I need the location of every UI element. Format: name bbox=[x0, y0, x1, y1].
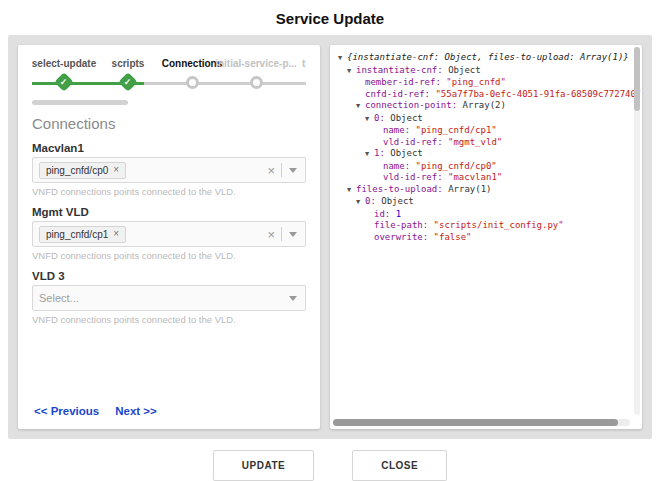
json-root-text: {instantiate-cnf: Object, files-to-uploa… bbox=[347, 52, 629, 62]
json-line: id: 1 bbox=[338, 209, 634, 221]
wizard-step-marker[interactable] bbox=[250, 71, 263, 93]
json-line[interactable]: ▼instantiate-cnf: Object bbox=[338, 65, 634, 78]
json-line[interactable]: ▼files-to-upload: Array(1) bbox=[338, 184, 634, 197]
vertical-scrollbar[interactable] bbox=[634, 47, 640, 415]
json-line: name: "ping_cnfd/cp0" bbox=[338, 161, 634, 173]
wizard-step-label: termina bbox=[302, 57, 306, 71]
json-key: cnfd-id-ref: bbox=[365, 89, 435, 99]
wizard-step-marker[interactable]: ✓ bbox=[57, 71, 71, 93]
field-label: VLD 3 bbox=[32, 270, 306, 282]
selected-tag-label: ping_cnfd/cp0 bbox=[46, 165, 108, 176]
horizontal-scrollbar-thumb[interactable] bbox=[333, 419, 618, 426]
select-control[interactable]: Select... bbox=[32, 285, 306, 311]
json-value: "55a7f7ba-0efc-4051-91fa-68509c772740" bbox=[435, 89, 641, 99]
dialog-body: select-update✓scripts✓Connectionsinitial… bbox=[8, 35, 652, 439]
divider bbox=[281, 163, 282, 177]
wizard-pager: << Previous Next >> bbox=[32, 401, 306, 417]
json-line[interactable]: ▼0: Object bbox=[338, 196, 634, 209]
json-key: id: bbox=[374, 209, 396, 219]
json-key: instantiate-cnf: bbox=[356, 65, 448, 75]
expand-arrow-icon[interactable]: ▼ bbox=[338, 53, 347, 65]
json-line[interactable]: ▼connection-point: Array(2) bbox=[338, 100, 634, 113]
json-value: "ping_cnfd/cp0" bbox=[416, 161, 497, 171]
select-placeholder: Select... bbox=[39, 292, 79, 304]
json-value: Object bbox=[390, 148, 423, 158]
form-fields: Macvlan1ping_cnfd/cp0××VNFD connections … bbox=[32, 142, 306, 334]
form-field: Mgmt VLDping_cnfd/cp1××VNFD connections … bbox=[32, 206, 306, 261]
json-line: overwrite: "false" bbox=[338, 232, 634, 244]
chevron-down-icon[interactable] bbox=[289, 296, 297, 301]
json-key: member-id-ref: bbox=[365, 77, 446, 87]
json-line: file-path: "scripts/init_config.py" bbox=[338, 220, 634, 232]
horizontal-scrollbar[interactable] bbox=[333, 419, 630, 426]
json-value: 1 bbox=[396, 209, 401, 219]
json-key: 0: bbox=[374, 113, 390, 123]
wizard-step-label: scripts bbox=[112, 57, 145, 71]
divider bbox=[281, 227, 282, 241]
stepper-scrollbar[interactable] bbox=[32, 100, 128, 105]
json-key: files-to-upload: bbox=[356, 184, 448, 194]
previous-link[interactable]: << Previous bbox=[34, 405, 99, 417]
json-key: 1: bbox=[374, 148, 390, 158]
expand-arrow-icon[interactable]: ▼ bbox=[365, 149, 374, 161]
json-line[interactable]: ▼1: Object bbox=[338, 148, 634, 161]
json-key: connection-point: bbox=[365, 100, 463, 110]
page-title: Service Update bbox=[0, 0, 660, 35]
remove-tag-icon[interactable]: × bbox=[113, 165, 119, 175]
wizard-step-marker[interactable] bbox=[186, 71, 199, 93]
select-values: ping_cnfd/cp0× bbox=[39, 162, 263, 179]
expand-arrow-icon[interactable]: ▼ bbox=[356, 197, 365, 209]
close-button[interactable]: CLOSE bbox=[352, 450, 447, 481]
json-line: vld-id-ref: "mgmt_vld" bbox=[338, 137, 634, 149]
selected-tag: ping_cnfd/cp1× bbox=[39, 226, 126, 243]
step-pending-icon bbox=[250, 76, 263, 89]
json-value: Array(1) bbox=[448, 184, 491, 194]
wizard-step-marker[interactable]: ✓ bbox=[121, 71, 135, 93]
step-complete-icon: ✓ bbox=[118, 72, 138, 92]
wizard-step-label: select-update bbox=[32, 57, 96, 71]
remove-tag-icon[interactable]: × bbox=[113, 229, 119, 239]
json-preview-panel: ▼{instantiate-cnf: Object, files-to-uplo… bbox=[330, 45, 642, 429]
wizard-step[interactable]: initial-service-p... bbox=[224, 57, 288, 93]
wizard-step[interactable]: scripts✓ bbox=[96, 57, 160, 93]
field-label: Mgmt VLD bbox=[32, 206, 306, 218]
json-line[interactable]: ▼{instantiate-cnf: Object, files-to-uplo… bbox=[338, 52, 634, 65]
json-value: "false" bbox=[434, 232, 472, 242]
chevron-down-icon[interactable] bbox=[289, 168, 297, 173]
clear-icon[interactable]: × bbox=[263, 228, 279, 241]
chevron-down-icon[interactable] bbox=[289, 232, 297, 237]
json-line: cnfd-id-ref: "55a7f7ba-0efc-4051-91fa-68… bbox=[338, 89, 634, 101]
json-line: vld-id-ref: "macvlan1" bbox=[338, 172, 634, 184]
field-label: Macvlan1 bbox=[32, 142, 306, 154]
select-control[interactable]: ping_cnfd/cp1×× bbox=[32, 221, 306, 247]
service-update-dialog: Service Update select-update✓scripts✓Con… bbox=[0, 0, 660, 481]
json-value: "mgmt_vld" bbox=[448, 137, 502, 147]
update-button[interactable]: UPDATE bbox=[213, 450, 314, 481]
json-key: overwrite: bbox=[374, 232, 434, 242]
wizard-step-label: Connections bbox=[162, 57, 223, 71]
expand-arrow-icon[interactable]: ▼ bbox=[365, 114, 374, 126]
expand-arrow-icon[interactable]: ▼ bbox=[347, 185, 356, 197]
wizard-stepper: select-update✓scripts✓Connectionsinitial… bbox=[32, 57, 306, 99]
wizard-step[interactable]: select-update✓ bbox=[32, 57, 96, 93]
field-help-text: VNFD connections points connected to the… bbox=[32, 186, 306, 197]
next-link[interactable]: Next >> bbox=[115, 405, 157, 417]
vertical-scrollbar-thumb[interactable] bbox=[634, 47, 640, 111]
json-value: "ping_cnfd/cp1" bbox=[416, 125, 497, 135]
section-heading: Connections bbox=[32, 115, 306, 132]
json-key: vld-id-ref: bbox=[383, 172, 448, 182]
json-value: "ping_cnfd" bbox=[446, 77, 506, 87]
selected-tag-label: ping_cnfd/cp1 bbox=[46, 229, 108, 240]
expand-arrow-icon[interactable]: ▼ bbox=[347, 66, 356, 78]
wizard-steps: select-update✓scripts✓Connectionsinitial… bbox=[32, 57, 306, 93]
step-complete-icon: ✓ bbox=[54, 72, 74, 92]
wizard-step[interactable]: termina bbox=[288, 57, 306, 93]
json-value: Object bbox=[448, 65, 481, 75]
clear-icon[interactable]: × bbox=[263, 164, 279, 177]
selected-tag: ping_cnfd/cp0× bbox=[39, 162, 126, 179]
select-control[interactable]: ping_cnfd/cp0×× bbox=[32, 157, 306, 183]
json-line[interactable]: ▼0: Object bbox=[338, 113, 634, 126]
json-value: "scripts/init_config.py" bbox=[434, 220, 564, 230]
field-help-text: VNFD connections points connected to the… bbox=[32, 250, 306, 261]
expand-arrow-icon[interactable]: ▼ bbox=[356, 101, 365, 113]
